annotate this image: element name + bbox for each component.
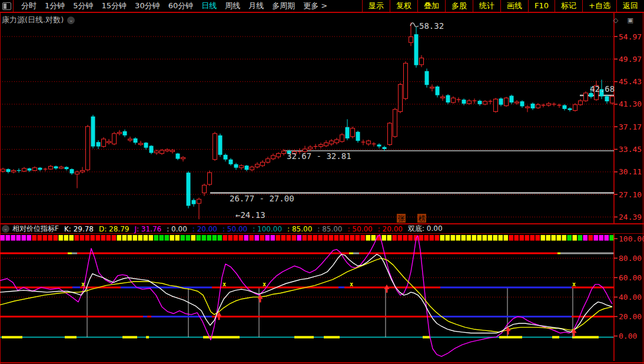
window-border-bottom xyxy=(0,362,644,363)
signal-x-marker: x xyxy=(350,281,353,287)
top-toolbar: 分时1分钟5分钟15分钟30分钟60分钟日线周线月线多周期更多 > 显示复权叠加… xyxy=(0,0,644,13)
signal-x-marker: x xyxy=(223,281,226,287)
toolbar-button-F10[interactable]: F10 xyxy=(528,0,555,12)
chevron-down-icon[interactable]: ⌄ xyxy=(67,16,75,24)
chart-corner-icons[interactable]: ◇ ▣ xyxy=(613,16,637,24)
indicator-param: : 50.00 xyxy=(223,225,247,233)
toolbar-button-画线[interactable]: 画线 xyxy=(500,0,528,12)
timeframe-tab-30分钟[interactable]: 30分钟 xyxy=(135,1,160,11)
chevron-down-icon[interactable]: ⌄ xyxy=(2,225,9,233)
indicator-param: 相对价位指标F xyxy=(12,224,59,234)
toolbar-divider xyxy=(13,0,14,12)
price-annotation: 26.77 - 27.00 xyxy=(230,194,294,203)
toolbar-button-+自选[interactable]: +自选 xyxy=(582,0,616,12)
indicator-param: D: 28.79 xyxy=(99,225,129,233)
stock-title[interactable]: 康力源(日线.对数) xyxy=(2,15,64,25)
signal-x-marker: x xyxy=(81,281,85,287)
timeframe-tabs: 分时1分钟5分钟15分钟30分钟60分钟日线周线月线多周期更多 > xyxy=(17,1,331,11)
signal-x-marker: x xyxy=(263,281,266,287)
timeframe-tab-60分钟[interactable]: 60分钟 xyxy=(168,1,194,11)
toolbar-button-标记[interactable]: 标记 xyxy=(555,0,582,12)
price-axis-label: 33.45 xyxy=(619,145,642,154)
price-axis-label: 49.97 xyxy=(619,55,642,64)
indicator-param: J: 31.76 xyxy=(134,225,161,233)
trading-terminal-window: 分时1分钟5分钟15分钟30分钟60分钟日线周线月线多周期更多 > 显示复权叠加… xyxy=(0,0,644,364)
timeframe-tab-多周期[interactable]: 多周期 xyxy=(272,1,295,11)
price-annotation: 32.67 - 32.81 xyxy=(287,151,351,161)
timeframe-tab-分时[interactable]: 分时 xyxy=(21,1,36,11)
timeframe-tab-5分钟[interactable]: 5分钟 xyxy=(73,1,93,11)
indicator-param: : 0.00 xyxy=(167,225,187,233)
toolbar-button-统计[interactable]: 统计 xyxy=(473,0,500,12)
toolbar-actions: 显示复权叠加多股统计画线F10标记+自选返回 xyxy=(362,0,644,12)
indicator-param: : 20.00 xyxy=(192,225,217,233)
price-annotation: 42.68 xyxy=(590,84,615,94)
timeframe-tab-月线[interactable]: 月线 xyxy=(248,1,264,11)
indicator-axis-label: 80.00 xyxy=(619,254,642,263)
timeframe-tab-周线[interactable]: 周线 xyxy=(225,1,240,11)
price-axis-label: 37.17 xyxy=(619,123,642,131)
indicator-axis-label: 60.00 xyxy=(619,273,642,282)
price-axis-label: 45.43 xyxy=(619,77,642,86)
indicator-axis-label: 0.00 xyxy=(619,332,637,340)
toolbar-button-多股[interactable]: 多股 xyxy=(445,0,473,12)
price-annotation: 58.32 xyxy=(419,21,444,31)
price-annotation: ←24.13 xyxy=(235,210,265,220)
indicator-param: 双底: 0.00 xyxy=(408,224,443,234)
indicator-param: : 85.00 xyxy=(317,225,342,233)
indicator-param: : 100.00 xyxy=(253,225,282,233)
indicator-param: : 20.00 xyxy=(378,225,403,233)
price-axis-label: 27.10 xyxy=(619,190,642,199)
toolbar-button-叠加[interactable]: 叠加 xyxy=(417,0,445,12)
timeframe-tab-15分钟[interactable]: 15分钟 xyxy=(102,1,127,11)
signal-x-marker: x xyxy=(572,281,576,287)
stock-title-row: 康力源(日线.对数) ⌄ xyxy=(2,15,75,25)
timeframe-tab-日线[interactable]: 日线 xyxy=(201,1,217,11)
indicator-param: : 85.00 xyxy=(287,225,312,233)
main-candlestick-chart[interactable]: 54.9749.9745.4341.3037.1733.4530.1127.10… xyxy=(0,13,644,223)
price-axis-label: 24.39 xyxy=(619,213,642,221)
indicator-param: : 50.00 xyxy=(348,225,373,233)
indicator-chart[interactable]: xxxxx100.0080.0060.0040.0020.000.00 xyxy=(0,234,644,361)
toolbar-button-显示[interactable]: 显示 xyxy=(362,0,390,12)
indicator-axis-label: 100.00 xyxy=(619,234,644,243)
event-marker[interactable]: 张 xyxy=(398,214,405,223)
indicator-param: K: 29.78 xyxy=(64,225,94,233)
split-panel-icon[interactable] xyxy=(2,2,11,10)
toolbar-button-复权[interactable]: 复权 xyxy=(390,0,417,12)
indicator-header: ⌄ 相对价位指标FK: 29.78D: 28.79J: 31.76: 0.00:… xyxy=(0,224,644,233)
price-axis-label: 54.97 xyxy=(619,32,642,41)
indicator-axis-label: 20.00 xyxy=(619,312,642,321)
timeframe-tab-1分钟[interactable]: 1分钟 xyxy=(45,1,65,11)
indicator-axis-label: 40.00 xyxy=(619,293,642,302)
price-axis-label: 41.30 xyxy=(619,100,642,108)
timeframe-tab-更多 >[interactable]: 更多 > xyxy=(303,1,327,11)
price-axis-label: 30.11 xyxy=(619,167,642,176)
event-marker[interactable]: 榜 xyxy=(418,214,426,223)
toolbar-button-返回[interactable]: 返回 xyxy=(616,0,644,12)
